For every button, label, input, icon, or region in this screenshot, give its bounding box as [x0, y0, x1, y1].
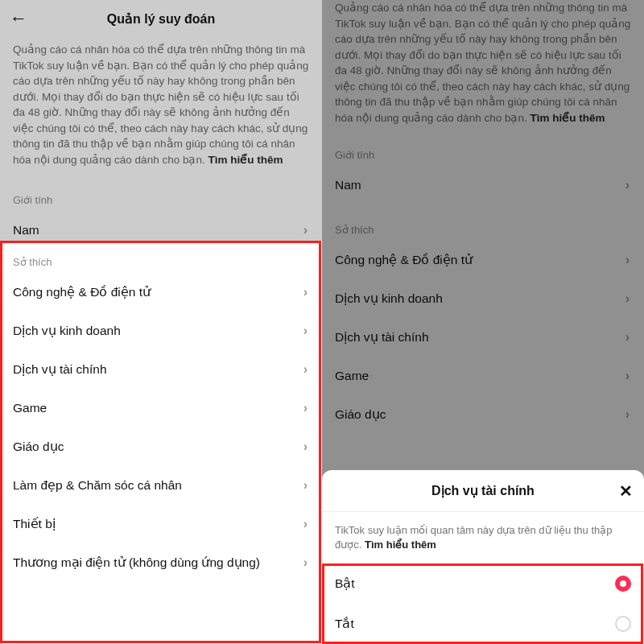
gender-section-label: Giới tính — [0, 176, 322, 211]
interest-label: Dịch vụ tài chính — [335, 330, 429, 345]
chevron-right-icon: › — [303, 285, 308, 299]
chevron-right-icon: › — [303, 555, 308, 570]
chevron-right-icon: › — [303, 478, 308, 493]
chevron-right-icon: › — [303, 362, 308, 377]
chevron-right-icon: › — [303, 324, 308, 338]
interest-label: Công nghệ & Đồ điện tử — [335, 253, 473, 267]
chevron-right-icon: › — [625, 291, 630, 306]
interest-row-business[interactable]: Dịch vụ kinh doanh › — [322, 279, 644, 318]
page-header: ← Quản lý suy đoán — [0, 0, 322, 37]
interest-row-game[interactable]: Game › — [0, 389, 322, 427]
description-text: Quảng cáo cá nhân hóa có thể dựa trên nh… — [335, 2, 630, 124]
sheet-header: Dịch vụ tài chính ✕ — [322, 470, 644, 512]
chevron-right-icon: › — [625, 253, 630, 267]
gender-value: Nam — [13, 223, 39, 237]
page-description: Quảng cáo cá nhân hóa có thể dựa trên nh… — [0, 37, 322, 176]
interest-label: Dịch vụ kinh doanh — [13, 324, 121, 338]
chevron-right-icon: › — [625, 330, 630, 345]
chevron-right-icon: › — [303, 517, 308, 531]
interest-row-game[interactable]: Game › — [322, 357, 644, 395]
chevron-right-icon: › — [303, 440, 308, 454]
chevron-right-icon: › — [303, 223, 308, 237]
close-icon[interactable]: ✕ — [619, 481, 633, 501]
learn-more-link[interactable]: Tìm hiểu thêm — [365, 539, 436, 551]
chevron-right-icon: › — [625, 369, 630, 383]
interest-label: Làm đẹp & Chăm sóc cá nhân — [13, 478, 182, 493]
bottom-sheet: Dịch vụ tài chính ✕ TikTok suy luận mối … — [322, 470, 644, 644]
gender-value: Nam — [335, 178, 361, 192]
learn-more-link[interactable]: Tìm hiểu thêm — [530, 112, 605, 124]
interest-row-finance[interactable]: Dịch vụ tài chính › — [322, 318, 644, 357]
back-icon[interactable]: ← — [10, 8, 27, 29]
interest-label: Game — [13, 401, 47, 415]
interest-label: Giáo dục — [335, 407, 386, 422]
learn-more-link[interactable]: Tìm hiểu thêm — [208, 154, 283, 166]
option-on-label: Bật — [335, 576, 355, 591]
chevron-right-icon: › — [625, 407, 630, 422]
radio-selected-icon — [615, 576, 631, 592]
interest-row-education[interactable]: Giáo dục › — [0, 427, 322, 466]
page-title: Quản lý suy đoán — [107, 11, 215, 27]
interest-label: Game — [335, 369, 369, 383]
sheet-title: Dịch vụ tài chính — [431, 483, 535, 498]
interests-panel: Sở thích Công nghệ & Đồ điện tử › Dịch v… — [0, 242, 322, 644]
description-text: Quảng cáo cá nhân hóa có thể dựa trên nh… — [13, 43, 308, 166]
interest-label: Thiết bị — [13, 517, 56, 531]
interest-row-tech[interactable]: Công nghệ & Đồ điện tử › — [322, 241, 644, 279]
interest-row-tech[interactable]: Công nghệ & Đồ điện tử › — [0, 273, 322, 312]
gender-section-label: Giới tính — [322, 134, 644, 166]
interest-row-education[interactable]: Giáo dục › — [322, 395, 644, 434]
chevron-right-icon: › — [303, 401, 308, 415]
interests-section-label: Sở thích — [322, 204, 644, 241]
interest-label: Dịch vụ tài chính — [13, 362, 107, 377]
interest-label: Công nghệ & Đồ điện tử — [13, 285, 151, 299]
interests-section-label: Sở thích — [0, 242, 322, 273]
option-off[interactable]: Tắt — [322, 604, 644, 644]
interest-row-finance[interactable]: Dịch vụ tài chính › — [0, 350, 322, 389]
page-description: Quảng cáo cá nhân hóa có thể dựa trên nh… — [322, 0, 644, 134]
gender-row[interactable]: Nam › — [322, 166, 644, 204]
interest-row-business[interactable]: Dịch vụ kinh doanh › — [0, 312, 322, 350]
sheet-description: TikTok suy luận mối quan tâm này dựa trê… — [322, 512, 644, 564]
option-off-label: Tắt — [335, 617, 354, 631]
interest-row-beauty[interactable]: Làm đẹp & Chăm sóc cá nhân › — [0, 466, 322, 505]
option-on[interactable]: Bật — [322, 564, 644, 604]
interest-label: Dịch vụ kinh doanh — [335, 291, 443, 306]
interest-label: Giáo dục — [13, 440, 64, 454]
chevron-right-icon: › — [625, 178, 630, 192]
interest-label: Thương mại điện tử (không dùng ứng dụng) — [13, 555, 260, 570]
radio-unselected-icon — [615, 616, 631, 632]
interest-row-devices[interactable]: Thiết bị › — [0, 505, 322, 543]
interest-row-ecommerce[interactable]: Thương mại điện tử (không dùng ứng dụng)… — [0, 543, 322, 582]
